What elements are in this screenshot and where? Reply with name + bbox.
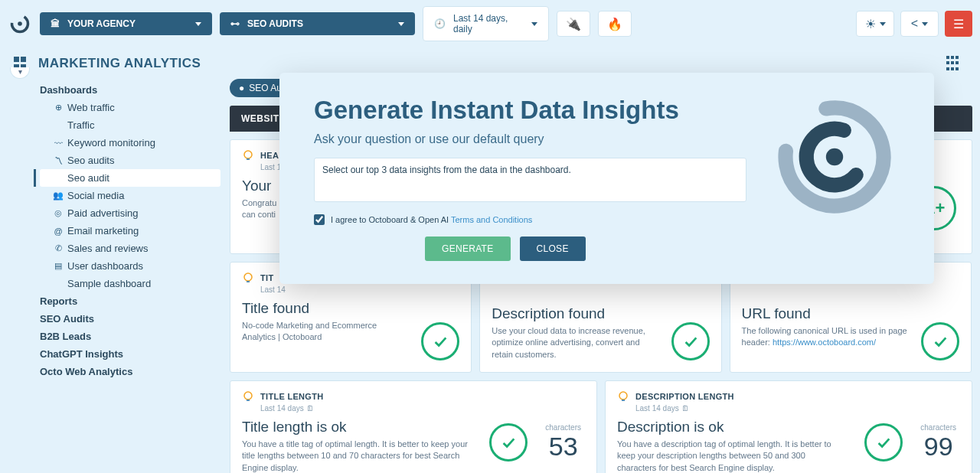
daterange-label: Last 14 days, daily	[453, 13, 524, 34]
insights-modal: Generate Instant Data Insights Ask your …	[279, 73, 934, 284]
sidebar-item-paid[interactable]: ◎Paid advertising	[40, 204, 220, 222]
check-icon	[489, 423, 528, 462]
canonical-url-link[interactable]: https://www.octoboard.com/	[773, 338, 876, 347]
sidebar-item-email[interactable]: @Email marketing	[40, 222, 220, 240]
svg-rect-7	[247, 400, 250, 401]
sidebar-item-sales[interactable]: ✆Sales and reviews	[40, 240, 220, 257]
card-date: Last 14	[242, 285, 459, 294]
calendar-icon: 🗓	[681, 404, 689, 413]
bulb-icon	[242, 272, 254, 284]
agree-checkbox-label[interactable]: I agree to Octoboard & Open AI Terms and…	[314, 214, 746, 225]
plug-icon: 🔌	[566, 17, 581, 31]
terms-link[interactable]: Terms and Conditions	[451, 215, 532, 224]
check-icon	[671, 322, 710, 360]
card-body: You have a title tag of optimal length. …	[242, 439, 472, 473]
bulb-icon	[617, 390, 629, 403]
share-icon: <	[911, 17, 918, 31]
sidebar-item-social[interactable]: 👥Social media	[40, 187, 220, 204]
phone-icon: ✆	[54, 244, 63, 253]
header-right-group: ☀ < ☰	[856, 11, 972, 37]
modal-logo	[769, 96, 900, 261]
sun-icon: ☀	[865, 17, 876, 31]
connector-icon: ⊷	[230, 18, 240, 29]
plug-button[interactable]: 🔌	[557, 11, 590, 37]
card-heading: Description found	[492, 305, 709, 322]
chevron-down-icon	[531, 22, 537, 26]
target-icon: ◎	[54, 209, 63, 218]
chevron-down-icon	[880, 22, 886, 26]
generate-button[interactable]: GENERATE	[425, 236, 511, 261]
sidebar-head-chatgpt[interactable]: ChatGPT Insights	[40, 345, 220, 363]
grid-icon[interactable]	[946, 56, 962, 71]
sidebar-item-sample[interactable]: Sample dashboard	[40, 275, 220, 292]
card-date: Last 14 days 🗓	[242, 404, 585, 413]
flame-icon: 🔥	[607, 17, 622, 31]
modal-title: Generate Instant Data Insights	[314, 96, 746, 125]
sidebar-item-user-dash[interactable]: ▤User dashboards	[40, 257, 220, 275]
workspace-dropdown[interactable]: ⊷ SEO AUDITS	[220, 12, 415, 35]
close-button[interactable]: CLOSE	[520, 236, 586, 261]
people-icon: 👥	[54, 191, 63, 201]
query-input[interactable]	[314, 158, 746, 202]
sidebar-item-seo-audit[interactable]: Seo audit	[40, 169, 220, 187]
card-heading: Title found	[242, 300, 459, 317]
svg-point-1	[18, 21, 22, 26]
card-title-length: TITLE LENGTH Last 14 days 🗓 Title length…	[230, 380, 597, 473]
card-body: Use your cloud data to increase revenue,…	[492, 325, 660, 360]
sidebar-item-traffic[interactable]: Traffic	[40, 116, 220, 134]
share-dropdown[interactable]: <	[900, 11, 939, 37]
svg-point-4	[244, 273, 252, 281]
theme-dropdown[interactable]: ☀	[856, 11, 894, 37]
workspace-label: SEO AUDITS	[247, 18, 303, 29]
check-icon	[421, 322, 459, 360]
bank-icon: 🏛	[51, 18, 60, 29]
section-title: MARKETING ANALYTICS	[38, 56, 201, 71]
chevron-down-icon	[195, 22, 201, 26]
count-display: characters 53	[545, 423, 581, 462]
svg-rect-9	[622, 400, 625, 401]
sidebar-head-reports[interactable]: Reports	[40, 292, 220, 310]
chevron-down-icon	[922, 22, 928, 26]
svg-point-12	[826, 148, 843, 165]
card-body: No-code Marketing and Ecommerce Analytic…	[242, 320, 395, 344]
pulse-icon: 〽	[54, 156, 63, 165]
sidebar-head-b2b[interactable]: B2B Leads	[40, 328, 220, 345]
chevron-down-icon	[398, 22, 404, 26]
card-heading: Title length is ok	[242, 419, 585, 435]
daterange-dropdown[interactable]: 🕘 Last 14 days, daily	[423, 6, 549, 41]
svg-point-8	[619, 392, 627, 400]
sidebar: Dashboards ⊕Web traffic Traffic 〰Keyword…	[0, 78, 230, 473]
sidebar-head-dashboards[interactable]: Dashboards	[40, 81, 220, 99]
agency-dropdown[interactable]: 🏛 YOUR AGENCY	[40, 12, 212, 35]
agree-checkbox[interactable]	[314, 214, 325, 225]
sidebar-head-seo-audits[interactable]: SEO Audits	[40, 310, 220, 328]
flame-button[interactable]: 🔥	[598, 11, 632, 37]
card-heading: Description is ok	[617, 419, 960, 435]
svg-rect-3	[247, 158, 250, 160]
svg-rect-5	[247, 281, 250, 282]
card-date: Last 14 days 🗓	[617, 404, 960, 413]
top-header: 🏛 YOUR AGENCY ⊷ SEO AUDITS 🕘 Last 14 day…	[0, 0, 980, 47]
character-count: 99	[920, 432, 956, 462]
sidebar-head-octo-web[interactable]: Octo Web Analytics	[40, 363, 220, 380]
menu-button[interactable]: ☰	[945, 11, 972, 37]
clock-icon: 🕘	[434, 18, 446, 29]
card-description-length: DESCRIPTION LENGTH Last 14 days 🗓 Descri…	[605, 380, 972, 473]
sidebar-item-keyword[interactable]: 〰Keyword monitoring	[40, 134, 220, 152]
modal-subtitle: Ask your question or use our default que…	[314, 132, 746, 146]
calendar-icon: 🗓	[306, 404, 314, 413]
sidebar-item-seo-audits[interactable]: 〽Seo audits	[40, 152, 220, 169]
card-heading: URL found	[742, 305, 959, 322]
sidebar-item-web-traffic[interactable]: ⊕Web traffic	[40, 99, 220, 116]
card-body: The following canonical URL is used in p…	[742, 325, 910, 349]
at-icon: @	[54, 227, 63, 236]
character-count: 53	[545, 432, 581, 462]
burger-icon: ☰	[953, 17, 964, 31]
dot-icon: ●	[239, 83, 244, 93]
globe-icon: ⊕	[54, 103, 63, 113]
agency-label: YOUR AGENCY	[67, 18, 136, 29]
chart-icon: 〰	[54, 139, 63, 148]
card-body: You have a description tag of optimal le…	[617, 439, 847, 473]
check-icon	[921, 322, 959, 360]
svg-point-6	[244, 392, 252, 400]
